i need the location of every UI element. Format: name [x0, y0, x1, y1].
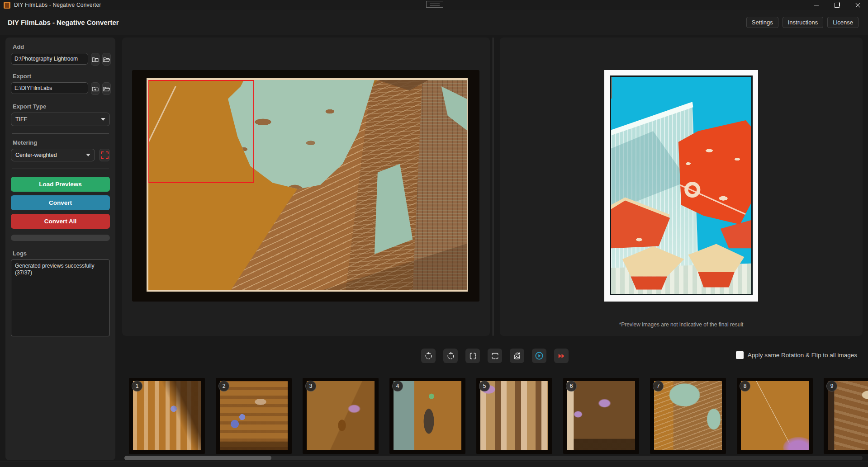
- thumbnail-image: [828, 381, 868, 450]
- sidebar: Add Export: [5, 38, 115, 460]
- load-previews-button[interactable]: Load Previews: [11, 177, 110, 192]
- thumbnail-number: 6: [566, 381, 577, 392]
- thumbnail-scrollbar-thumb[interactable]: [124, 456, 271, 460]
- close-button[interactable]: [847, 0, 868, 10]
- negative-art: [148, 80, 467, 290]
- header: DIY FilmLabs - Negative Converter Settin…: [0, 10, 868, 35]
- thumbnail-number: 2: [218, 381, 229, 392]
- metering-area-rectangle[interactable]: [148, 80, 254, 183]
- add-browse-button[interactable]: [102, 53, 111, 66]
- converted-art: [610, 75, 753, 295]
- export-type-value: TIFF: [15, 116, 27, 123]
- flip-horizontal-icon: [469, 352, 477, 360]
- thumbnail-2[interactable]: 2: [216, 378, 292, 454]
- apply-rotation-row: Apply same Rotation & Flip to all images: [736, 351, 857, 359]
- export-folder-up-button[interactable]: [91, 82, 100, 95]
- thumbnail-scrollbar-track[interactable]: [124, 456, 863, 460]
- thumbnail-number: 9: [826, 381, 837, 392]
- titlebar[interactable]: DIY FilmLabs - Negative Converter: [0, 0, 868, 10]
- convert-button[interactable]: Convert: [11, 195, 110, 210]
- apply-rotation-checkbox[interactable]: [736, 351, 744, 359]
- export-browse-button[interactable]: [102, 82, 111, 95]
- thumbnail-8[interactable]: 8: [737, 378, 813, 454]
- close-icon: [855, 3, 860, 8]
- thumbnail-image: [567, 381, 635, 450]
- export-image-button[interactable]: [510, 349, 524, 363]
- rotate-cw-icon: [446, 352, 455, 360]
- panel-divider: [493, 38, 493, 336]
- divider: [12, 133, 109, 134]
- thumbnail-image: [741, 381, 809, 450]
- export-label: Export: [13, 73, 110, 80]
- thumbnail-7[interactable]: 7: [650, 378, 726, 454]
- page-title: DIY FilmLabs - Negative Converter: [8, 19, 119, 26]
- thumbnail-6[interactable]: 6: [563, 378, 639, 454]
- thumbnail-9[interactable]: 9: [824, 378, 868, 454]
- thumbnail-image: [394, 381, 461, 450]
- add-path-input[interactable]: [11, 53, 88, 65]
- thumbnail-number: 1: [132, 381, 142, 392]
- restore-icon: [835, 3, 840, 8]
- restore-button[interactable]: [826, 0, 847, 10]
- export-path-input[interactable]: [11, 82, 88, 94]
- metering-area-button[interactable]: [99, 149, 110, 161]
- minimize-button[interactable]: [806, 0, 826, 10]
- titlebar-drag-widget[interactable]: [426, 1, 443, 8]
- metering-select[interactable]: Center-weighted: [11, 149, 95, 161]
- play-icon: [535, 351, 544, 360]
- export-type-select[interactable]: TIFF: [11, 113, 110, 126]
- export-type-label: Export Type: [13, 103, 110, 110]
- rotate-ccw-button[interactable]: [421, 349, 436, 363]
- convert-all-button[interactable]: Convert All: [11, 214, 110, 229]
- thumbnail-number: 7: [653, 381, 664, 392]
- add-label: Add: [13, 43, 110, 50]
- app-icon: [4, 2, 10, 9]
- thumbnail-image: [307, 381, 375, 450]
- metering-value: Center-weighted: [15, 152, 57, 158]
- thumbnail-4[interactable]: 4: [389, 378, 465, 454]
- flip-vertical-button[interactable]: [488, 349, 502, 363]
- fast-forward-icon: [557, 352, 566, 360]
- preview-disclaimer: *Preview images are not indicative of th…: [500, 321, 863, 328]
- negative-preview-image[interactable]: [132, 70, 479, 302]
- thumbnail-image: [220, 381, 288, 450]
- thumbnail-1[interactable]: 1: [129, 378, 205, 454]
- folder-open-icon: [103, 85, 110, 93]
- thumbnail-strip: 1 2 3 4 5 6 7 8: [129, 378, 868, 454]
- flip-horizontal-button[interactable]: [465, 349, 480, 363]
- add-folder-up-button[interactable]: [91, 53, 100, 66]
- apply-rotation-label: Apply same Rotation & Flip to all images: [748, 352, 857, 359]
- folder-import-icon: [91, 56, 99, 63]
- instructions-button[interactable]: Instructions: [783, 17, 823, 28]
- thumbnail-image: [480, 381, 548, 450]
- thumbnail-image: [133, 381, 201, 450]
- rotate-ccw-icon: [424, 352, 433, 360]
- export-image-icon: [513, 352, 522, 360]
- converted-art-layer: [611, 77, 612, 94]
- thumbnail-number: 5: [479, 381, 490, 392]
- image-toolbar: [421, 349, 569, 363]
- logs-output[interactable]: Generated previews successfully (37/37): [11, 259, 110, 336]
- fast-forward-button[interactable]: [554, 349, 569, 363]
- app-window: DIY FilmLabs - Negative Converter DIY Fi…: [0, 0, 868, 467]
- negative-preview-panel: [122, 38, 490, 336]
- flip-vertical-icon: [491, 352, 499, 360]
- settings-button[interactable]: Settings: [746, 17, 778, 28]
- thumbnail-image: [654, 381, 722, 450]
- progress-bar: [11, 235, 110, 241]
- chevron-down-icon: [101, 118, 105, 121]
- chevron-down-icon: [86, 154, 90, 156]
- thumbnail-number: 3: [305, 381, 316, 392]
- thumbnail-5[interactable]: 5: [476, 378, 552, 454]
- titlebar-title: DIY FilmLabs - Negative Converter: [14, 2, 101, 8]
- folder-open-icon: [103, 56, 110, 63]
- rotate-cw-button[interactable]: [443, 349, 458, 363]
- thumbnail-3[interactable]: 3: [303, 378, 379, 454]
- thumbnail-number: 4: [392, 381, 403, 392]
- converted-preview-panel: *Preview images are not indicative of th…: [500, 38, 863, 336]
- license-button[interactable]: License: [827, 17, 859, 28]
- window-bottom-edge: [0, 462, 868, 467]
- play-button[interactable]: [532, 349, 546, 363]
- thumbnail-number: 8: [740, 381, 750, 392]
- metering-label: Metering: [13, 139, 110, 146]
